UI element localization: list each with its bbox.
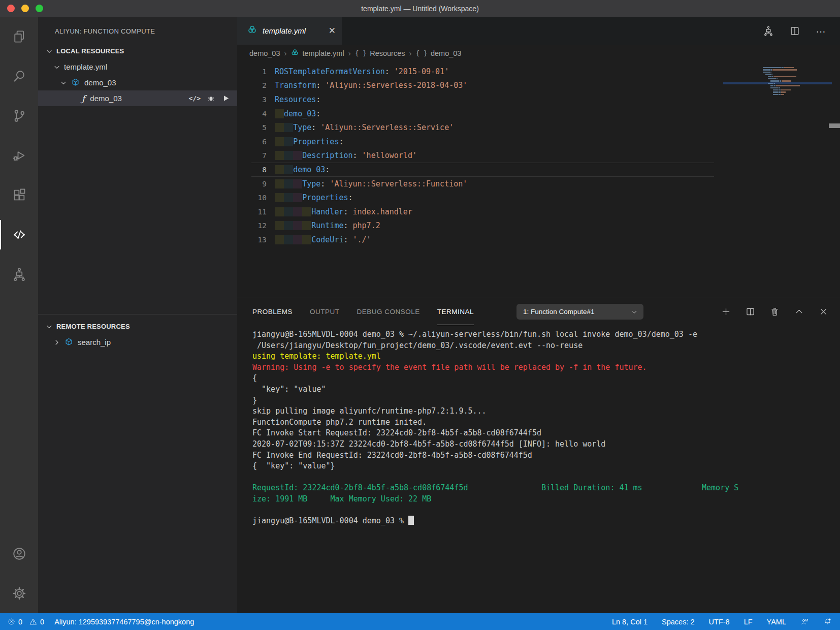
code-line[interactable]: 13 CodeUri: './' [237,233,840,247]
line-number: 11 [237,208,267,216]
chevron-right-icon [53,338,61,346]
panel-header: PROBLEMS OUTPUT DEBUG CONSOLE TERMINAL 1… [237,298,840,325]
code-line[interactable]: 7 Description: 'helloworld' [237,149,840,163]
section-remote-resources[interactable]: REMOTE RESOURCES [38,319,237,334]
breadcrumb-symbol-resources[interactable]: { }Resources [355,49,405,57]
window-controls [0,5,43,12]
code-editor[interactable]: 1ROSTemplateFormatVersion: '2015-09-01'2… [237,61,840,298]
terminal-cursor[interactable] [408,516,414,525]
minimap[interactable] [723,67,832,96]
sidebar: ALIYUN: FUNCTION COMPUTE LOCAL RESOURCES… [38,17,237,613]
tree-item-template-yml[interactable]: template.yml [38,59,237,75]
code-line[interactable]: 6 Properties: [237,135,840,149]
tree-item-label: demo_03 [90,94,122,103]
activity-search[interactable] [0,56,38,96]
cursor-position-status[interactable]: Ln 8, Col 1 [612,618,648,626]
tab-problems[interactable]: PROBLEMS [252,298,293,325]
debug-bug-icon[interactable] [207,94,215,103]
new-terminal-icon[interactable] [721,306,731,317]
activity-fc-workbench[interactable] [0,255,38,294]
terminal-select[interactable]: 1: Function Compute#1 [516,304,643,320]
code-line-text: demo_03: [275,109,320,118]
activity-accounts[interactable] [0,534,38,574]
code-line-text: Type: 'Aliyun::Serverless::Service' [275,123,454,132]
tab-label: template.yml [263,26,324,35]
maximize-panel-chevron-up-icon[interactable] [794,306,804,317]
activity-explorer[interactable] [0,17,38,56]
terminal-line: { "key": "value"} [252,461,840,472]
notifications-bell-icon[interactable] [823,617,832,626]
search-icon [12,69,27,84]
terminal-output[interactable]: jiangyu@B-165MLVDL-0004 demo_03 % ~/.ali… [237,325,840,613]
activity-extensions[interactable] [0,175,38,215]
activity-source-control[interactable] [0,96,38,136]
activity-settings[interactable] [0,574,38,613]
terminal-line: jiangyu@B-165MLVDL-0004 demo_03 % [252,516,840,527]
code-line-text: CodeUri: './' [275,235,371,244]
tab-template-yml[interactable]: template.yml ✕ [237,17,342,45]
more-actions-icon[interactable]: … [816,29,827,33]
code-line-text: Description: 'helloworld' [275,151,417,160]
breadcrumb-symbol-demo03[interactable]: { }demo_03 [415,49,461,57]
fc-workbench-action-icon[interactable] [763,25,774,37]
close-tab-icon[interactable]: ✕ [329,26,336,35]
aliyun-account-status[interactable]: Aliyun: 1295939377467795@cn-hongkong [54,618,194,626]
section-label: LOCAL RESOURCES [56,47,124,55]
function-icon: ƒ [82,93,85,104]
split-terminal-icon[interactable] [745,306,756,317]
maximize-window-button[interactable] [36,5,43,12]
tab-output[interactable]: OUTPUT [310,298,340,325]
kill-terminal-trash-icon[interactable] [769,306,780,317]
code-line[interactable]: 10 Properties: [237,191,840,205]
split-editor-icon[interactable] [789,25,800,37]
chevron-down-icon [59,79,68,87]
aliyun-file-icon [290,48,299,58]
tree-item-service-demo03[interactable]: demo_03 [38,75,237,90]
encoding-status[interactable]: UTF-8 [709,618,730,626]
line-number: 8 [237,166,267,174]
error-icon [7,617,16,626]
indentation-status[interactable]: Spaces: 2 [662,618,695,626]
eol-status[interactable]: LF [744,618,753,626]
line-number: 4 [237,110,267,118]
tree-item-function-demo03[interactable]: ƒ demo_03 </> [38,90,237,106]
line-number: 2 [237,81,267,89]
code-line[interactable]: 8 demo_03: [237,163,840,177]
code-line[interactable]: 5 Type: 'Aliyun::Serverless::Service' [237,120,840,135]
tab-debug-console[interactable]: DEBUG CONSOLE [357,298,420,325]
terminal-line: FunctionCompute php7.2 runtime inited. [252,417,840,428]
overview-ruler-mark [829,123,840,128]
code-line-text: Handler: index.handler [275,207,412,216]
breadcrumb-file[interactable]: template.yml [290,48,344,58]
status-bar: 0 0 Aliyun: 1295939377467795@cn-hongkong… [0,613,840,630]
run-play-icon[interactable] [221,94,230,103]
aliyun-file-icon [247,24,257,37]
close-panel-icon[interactable] [818,306,829,317]
breadcrumb-separator: › [348,49,351,57]
code-line[interactable]: 4 demo_03: [237,107,840,121]
terminal-line: /Users/jiangyu/Desktop/fun_project/demo_… [252,340,840,352]
code-line[interactable]: 11 Handler: index.handler [237,205,840,219]
breadcrumb-folder[interactable]: demo_03 [249,49,280,57]
flowchart-icon [12,267,27,282]
section-local-resources[interactable]: LOCAL RESOURCES [38,43,237,59]
code-line[interactable]: 9 Type: 'Aliyun::Serverless::Function' [237,177,840,191]
terminal-line: skip pulling image aliyunfc/runtime-php7… [252,406,840,417]
terminal-line [252,505,840,516]
tree-item-search-ip[interactable]: search_ip [38,334,237,350]
language-mode-status[interactable]: YAML [767,618,786,626]
service-cube-icon [64,337,74,347]
problems-status[interactable]: 0 0 [7,617,44,626]
braces-icon: { } [355,49,367,57]
feedback-icon[interactable] [800,617,809,626]
activity-run-debug[interactable] [0,136,38,175]
minimize-window-button[interactable] [21,5,29,12]
terminal-line: FC Invoke Start RequestId: 23224cd0-2bf8… [252,428,840,439]
tab-terminal[interactable]: TERMINAL [437,298,474,325]
activity-bar [0,17,38,613]
close-window-button[interactable] [7,5,15,12]
view-code-icon[interactable]: </> [189,94,201,102]
account-icon [12,546,27,561]
code-line[interactable]: 12 Runtime: php7.2 [237,219,840,233]
activity-aliyun-function-compute[interactable] [0,215,38,255]
